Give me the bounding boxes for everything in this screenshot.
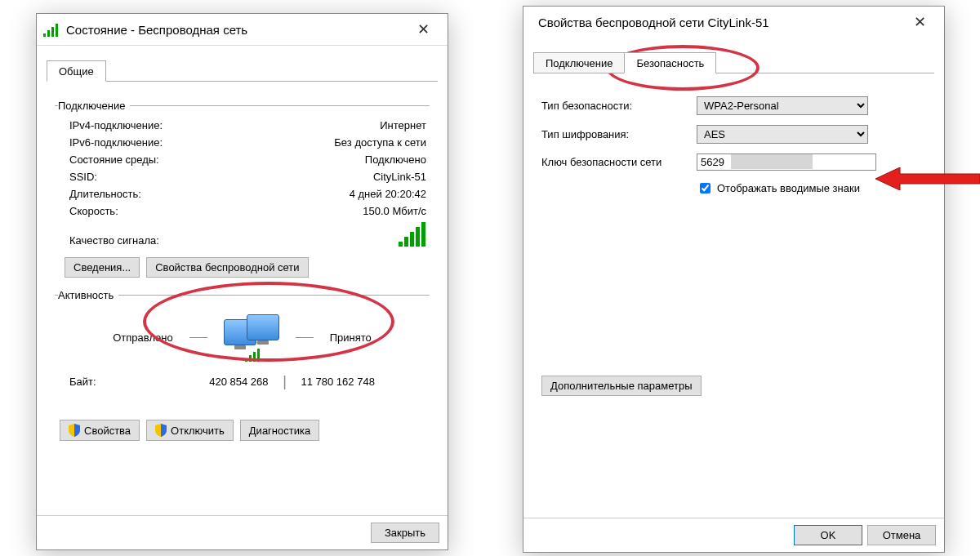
tab-security[interactable]: Безопасность <box>624 52 716 73</box>
shield-icon <box>69 424 80 437</box>
close-button[interactable]: Закрыть <box>371 523 439 543</box>
ok-button[interactable]: OK <box>794 525 862 545</box>
tab-general[interactable]: Общие <box>47 60 106 82</box>
show-characters-label: Отображать вводимые знаки <box>717 182 860 194</box>
cancel-button[interactable]: Отмена <box>867 525 936 545</box>
shield-icon <box>155 424 167 437</box>
value-ssid: CityLink-51 <box>216 171 426 183</box>
label-speed: Скорость: <box>69 205 216 217</box>
properties-window: Свойства беспроводной сети CityLink-51 ✕… <box>523 6 945 553</box>
diagnose-button[interactable]: Диагностика <box>240 420 319 441</box>
activity-icon <box>224 314 279 360</box>
bytes-sent: 420 854 268 <box>143 376 269 388</box>
disable-button[interactable]: Отключить <box>146 420 234 441</box>
encryption-select[interactable]: AES <box>697 125 868 144</box>
label-duration: Длительность: <box>69 188 216 200</box>
encryption-label: Тип шифрования: <box>541 128 697 140</box>
bytes-separator: | <box>269 373 301 390</box>
close-icon[interactable]: ✕ <box>405 17 441 42</box>
value-ipv6: Без доступа к сети <box>216 136 426 149</box>
advanced-settings-button[interactable]: Дополнительные параметры <box>541 376 702 396</box>
activity-group: Активность Отправлено Принято Байт: 420 … <box>55 289 430 392</box>
value-ipv4: Интернет <box>216 119 426 131</box>
sent-label: Отправлено <box>113 331 172 344</box>
connection-legend: Подключение <box>58 100 130 112</box>
security-type-select[interactable]: WPA2-Personal <box>697 96 868 115</box>
bytes-received: 11 780 162 748 <box>301 376 427 388</box>
titlebar: Состояние - Беспроводная сеть ✕ <box>37 14 448 46</box>
wireless-properties-button[interactable]: Свойства беспроводной сети <box>146 257 308 278</box>
titlebar: Свойства беспроводной сети CityLink-51 ✕ <box>523 7 944 38</box>
status-window: Состояние - Беспроводная сеть ✕ Общие По… <box>36 13 448 550</box>
close-icon[interactable]: ✕ <box>902 10 938 34</box>
security-key-input[interactable] <box>697 153 876 171</box>
divider <box>189 337 207 338</box>
show-characters-checkbox[interactable] <box>700 183 710 193</box>
value-speed: 150.0 Мбит/с <box>216 205 426 217</box>
properties-button[interactable]: Свойства <box>60 420 140 441</box>
label-ssid: SSID: <box>69 171 216 183</box>
details-button[interactable]: Сведения... <box>65 257 140 278</box>
security-key-label: Ключ безопасности сети <box>541 156 697 168</box>
label-quality: Качество сигнала: <box>69 234 399 247</box>
divider <box>296 337 314 338</box>
security-type-label: Тип безопасности: <box>541 100 697 112</box>
connection-group: Подключение IPv4-подключение:Интернет IP… <box>55 100 430 281</box>
value-media: Подключено <box>216 153 426 166</box>
received-label: Принято <box>330 331 372 344</box>
wifi-icon <box>43 22 61 37</box>
value-duration: 4 дней 20:20:42 <box>216 188 426 200</box>
properties-button-label: Свойства <box>84 425 131 437</box>
disable-button-label: Отключить <box>171 425 225 437</box>
bytes-label: Байт: <box>69 376 143 388</box>
tab-connection[interactable]: Подключение <box>533 52 625 73</box>
label-ipv4: IPv4-подключение: <box>69 119 216 131</box>
window-title: Состояние - Беспроводная сеть <box>66 23 405 37</box>
label-ipv6: IPv6-подключение: <box>69 136 216 149</box>
activity-legend: Активность <box>58 289 118 301</box>
window-title: Свойства беспроводной сети CityLink-51 <box>538 16 902 29</box>
label-media: Состояние среды: <box>69 153 216 166</box>
signal-quality-icon <box>399 222 426 247</box>
